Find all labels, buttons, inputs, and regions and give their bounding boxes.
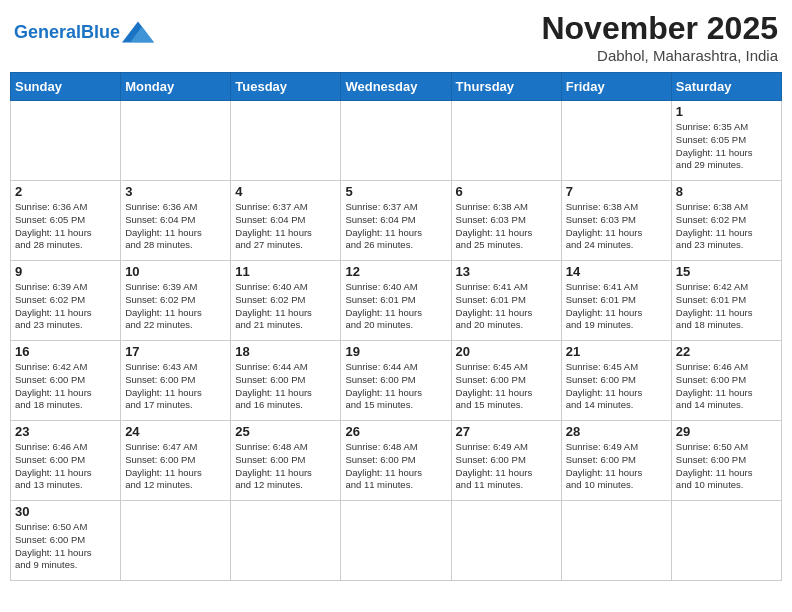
day-number: 3 bbox=[125, 184, 226, 199]
calendar-cell: 16Sunrise: 6:42 AMSunset: 6:00 PMDayligh… bbox=[11, 341, 121, 421]
calendar-cell bbox=[341, 101, 451, 181]
weekday-tuesday: Tuesday bbox=[231, 73, 341, 101]
cell-info: Sunrise: 6:46 AMSunset: 6:00 PMDaylight:… bbox=[676, 361, 777, 412]
day-number: 26 bbox=[345, 424, 446, 439]
cell-info: Sunrise: 6:41 AMSunset: 6:01 PMDaylight:… bbox=[566, 281, 667, 332]
location: Dabhol, Maharashtra, India bbox=[541, 47, 778, 64]
calendar-cell: 19Sunrise: 6:44 AMSunset: 6:00 PMDayligh… bbox=[341, 341, 451, 421]
weekday-thursday: Thursday bbox=[451, 73, 561, 101]
calendar-cell bbox=[231, 501, 341, 581]
calendar-cell: 25Sunrise: 6:48 AMSunset: 6:00 PMDayligh… bbox=[231, 421, 341, 501]
cell-info: Sunrise: 6:38 AMSunset: 6:03 PMDaylight:… bbox=[456, 201, 557, 252]
calendar-cell: 26Sunrise: 6:48 AMSunset: 6:00 PMDayligh… bbox=[341, 421, 451, 501]
day-number: 4 bbox=[235, 184, 336, 199]
calendar-cell bbox=[231, 101, 341, 181]
calendar-cell: 13Sunrise: 6:41 AMSunset: 6:01 PMDayligh… bbox=[451, 261, 561, 341]
logo-icon bbox=[122, 18, 154, 46]
cell-info: Sunrise: 6:42 AMSunset: 6:01 PMDaylight:… bbox=[676, 281, 777, 332]
calendar-cell bbox=[121, 101, 231, 181]
day-number: 13 bbox=[456, 264, 557, 279]
day-number: 27 bbox=[456, 424, 557, 439]
day-number: 15 bbox=[676, 264, 777, 279]
week-row-3: 9Sunrise: 6:39 AMSunset: 6:02 PMDaylight… bbox=[11, 261, 782, 341]
calendar-cell: 3Sunrise: 6:36 AMSunset: 6:04 PMDaylight… bbox=[121, 181, 231, 261]
calendar-cell: 20Sunrise: 6:45 AMSunset: 6:00 PMDayligh… bbox=[451, 341, 561, 421]
week-row-4: 16Sunrise: 6:42 AMSunset: 6:00 PMDayligh… bbox=[11, 341, 782, 421]
calendar-cell: 9Sunrise: 6:39 AMSunset: 6:02 PMDaylight… bbox=[11, 261, 121, 341]
page-header: GeneralBlue November 2025 Dabhol, Mahara… bbox=[10, 10, 782, 64]
day-number: 22 bbox=[676, 344, 777, 359]
calendar-cell bbox=[561, 101, 671, 181]
day-number: 5 bbox=[345, 184, 446, 199]
cell-info: Sunrise: 6:37 AMSunset: 6:04 PMDaylight:… bbox=[235, 201, 336, 252]
cell-info: Sunrise: 6:40 AMSunset: 6:02 PMDaylight:… bbox=[235, 281, 336, 332]
day-number: 28 bbox=[566, 424, 667, 439]
cell-info: Sunrise: 6:49 AMSunset: 6:00 PMDaylight:… bbox=[566, 441, 667, 492]
day-number: 11 bbox=[235, 264, 336, 279]
calendar-cell: 4Sunrise: 6:37 AMSunset: 6:04 PMDaylight… bbox=[231, 181, 341, 261]
cell-info: Sunrise: 6:41 AMSunset: 6:01 PMDaylight:… bbox=[456, 281, 557, 332]
week-row-5: 23Sunrise: 6:46 AMSunset: 6:00 PMDayligh… bbox=[11, 421, 782, 501]
weekday-monday: Monday bbox=[121, 73, 231, 101]
cell-info: Sunrise: 6:42 AMSunset: 6:00 PMDaylight:… bbox=[15, 361, 116, 412]
cell-info: Sunrise: 6:45 AMSunset: 6:00 PMDaylight:… bbox=[456, 361, 557, 412]
calendar-cell: 5Sunrise: 6:37 AMSunset: 6:04 PMDaylight… bbox=[341, 181, 451, 261]
calendar-cell: 7Sunrise: 6:38 AMSunset: 6:03 PMDaylight… bbox=[561, 181, 671, 261]
calendar-cell: 22Sunrise: 6:46 AMSunset: 6:00 PMDayligh… bbox=[671, 341, 781, 421]
cell-info: Sunrise: 6:40 AMSunset: 6:01 PMDaylight:… bbox=[345, 281, 446, 332]
cell-info: Sunrise: 6:48 AMSunset: 6:00 PMDaylight:… bbox=[345, 441, 446, 492]
cell-info: Sunrise: 6:44 AMSunset: 6:00 PMDaylight:… bbox=[235, 361, 336, 412]
cell-info: Sunrise: 6:36 AMSunset: 6:05 PMDaylight:… bbox=[15, 201, 116, 252]
day-number: 23 bbox=[15, 424, 116, 439]
calendar-cell: 18Sunrise: 6:44 AMSunset: 6:00 PMDayligh… bbox=[231, 341, 341, 421]
day-number: 24 bbox=[125, 424, 226, 439]
day-number: 10 bbox=[125, 264, 226, 279]
logo-general: General bbox=[14, 22, 81, 42]
cell-info: Sunrise: 6:44 AMSunset: 6:00 PMDaylight:… bbox=[345, 361, 446, 412]
cell-info: Sunrise: 6:36 AMSunset: 6:04 PMDaylight:… bbox=[125, 201, 226, 252]
calendar-cell: 14Sunrise: 6:41 AMSunset: 6:01 PMDayligh… bbox=[561, 261, 671, 341]
weekday-sunday: Sunday bbox=[11, 73, 121, 101]
cell-info: Sunrise: 6:49 AMSunset: 6:00 PMDaylight:… bbox=[456, 441, 557, 492]
weekday-wednesday: Wednesday bbox=[341, 73, 451, 101]
calendar-cell: 30Sunrise: 6:50 AMSunset: 6:00 PMDayligh… bbox=[11, 501, 121, 581]
day-number: 21 bbox=[566, 344, 667, 359]
cell-info: Sunrise: 6:46 AMSunset: 6:00 PMDaylight:… bbox=[15, 441, 116, 492]
cell-info: Sunrise: 6:35 AMSunset: 6:05 PMDaylight:… bbox=[676, 121, 777, 172]
calendar-cell bbox=[671, 501, 781, 581]
calendar-cell: 17Sunrise: 6:43 AMSunset: 6:00 PMDayligh… bbox=[121, 341, 231, 421]
month-title: November 2025 bbox=[541, 10, 778, 47]
calendar-cell: 11Sunrise: 6:40 AMSunset: 6:02 PMDayligh… bbox=[231, 261, 341, 341]
day-number: 1 bbox=[676, 104, 777, 119]
cell-info: Sunrise: 6:50 AMSunset: 6:00 PMDaylight:… bbox=[15, 521, 116, 572]
weekday-friday: Friday bbox=[561, 73, 671, 101]
week-row-1: 1Sunrise: 6:35 AMSunset: 6:05 PMDaylight… bbox=[11, 101, 782, 181]
calendar-cell: 10Sunrise: 6:39 AMSunset: 6:02 PMDayligh… bbox=[121, 261, 231, 341]
calendar-cell: 6Sunrise: 6:38 AMSunset: 6:03 PMDaylight… bbox=[451, 181, 561, 261]
calendar-cell bbox=[11, 101, 121, 181]
calendar-cell: 8Sunrise: 6:38 AMSunset: 6:02 PMDaylight… bbox=[671, 181, 781, 261]
cell-info: Sunrise: 6:47 AMSunset: 6:00 PMDaylight:… bbox=[125, 441, 226, 492]
calendar-cell bbox=[561, 501, 671, 581]
cell-info: Sunrise: 6:50 AMSunset: 6:00 PMDaylight:… bbox=[676, 441, 777, 492]
day-number: 7 bbox=[566, 184, 667, 199]
day-number: 12 bbox=[345, 264, 446, 279]
cell-info: Sunrise: 6:38 AMSunset: 6:02 PMDaylight:… bbox=[676, 201, 777, 252]
calendar-cell bbox=[451, 501, 561, 581]
day-number: 20 bbox=[456, 344, 557, 359]
weekday-header-row: SundayMondayTuesdayWednesdayThursdayFrid… bbox=[11, 73, 782, 101]
cell-info: Sunrise: 6:48 AMSunset: 6:00 PMDaylight:… bbox=[235, 441, 336, 492]
cell-info: Sunrise: 6:38 AMSunset: 6:03 PMDaylight:… bbox=[566, 201, 667, 252]
day-number: 16 bbox=[15, 344, 116, 359]
calendar-cell: 2Sunrise: 6:36 AMSunset: 6:05 PMDaylight… bbox=[11, 181, 121, 261]
calendar-cell: 29Sunrise: 6:50 AMSunset: 6:00 PMDayligh… bbox=[671, 421, 781, 501]
day-number: 9 bbox=[15, 264, 116, 279]
cell-info: Sunrise: 6:43 AMSunset: 6:00 PMDaylight:… bbox=[125, 361, 226, 412]
calendar-cell: 15Sunrise: 6:42 AMSunset: 6:01 PMDayligh… bbox=[671, 261, 781, 341]
calendar-cell: 24Sunrise: 6:47 AMSunset: 6:00 PMDayligh… bbox=[121, 421, 231, 501]
day-number: 29 bbox=[676, 424, 777, 439]
calendar-table: SundayMondayTuesdayWednesdayThursdayFrid… bbox=[10, 72, 782, 581]
calendar-cell: 1Sunrise: 6:35 AMSunset: 6:05 PMDaylight… bbox=[671, 101, 781, 181]
calendar-cell: 28Sunrise: 6:49 AMSunset: 6:00 PMDayligh… bbox=[561, 421, 671, 501]
cell-info: Sunrise: 6:45 AMSunset: 6:00 PMDaylight:… bbox=[566, 361, 667, 412]
